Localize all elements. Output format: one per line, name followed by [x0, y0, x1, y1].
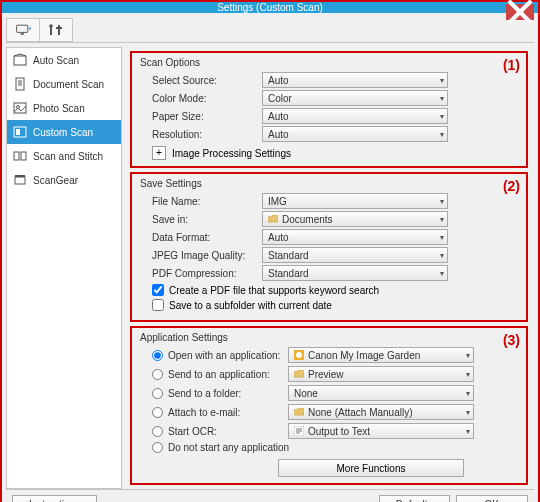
top-tabs — [6, 17, 534, 43]
settings-window: Settings (Custom Scan) Auto Scan Docu — [0, 0, 540, 502]
tools-icon — [48, 23, 64, 37]
sidebar-item-custom-scan[interactable]: Custom Scan — [7, 120, 121, 144]
save-in-label: Save in: — [152, 214, 262, 225]
sidebar-item-scan-stitch[interactable]: Scan and Stitch — [7, 144, 121, 168]
scangear-icon — [13, 173, 27, 187]
resolution-dropdown[interactable]: Auto▾ — [262, 126, 448, 142]
svg-rect-10 — [21, 152, 26, 160]
auto-scan-icon — [13, 53, 27, 67]
application-settings-group: (3) Application Settings Open with an ap… — [130, 326, 528, 485]
window-title: Settings (Custom Scan) — [217, 2, 323, 13]
start-ocr-radio[interactable] — [152, 426, 163, 437]
send-to-folder-label: Send to a folder: — [168, 388, 288, 399]
start-ocr-label: Start OCR: — [168, 426, 288, 437]
stitch-icon — [13, 149, 27, 163]
paper-size-label: Paper Size: — [152, 111, 262, 122]
select-source-dropdown[interactable]: Auto▾ — [262, 72, 448, 88]
defaults-button[interactable]: Defaults — [379, 495, 450, 503]
sidebar-item-label: Auto Scan — [33, 55, 79, 66]
pdf-compression-label: PDF Compression: — [152, 268, 262, 279]
subfolder-label: Save to a subfolder with current date — [169, 300, 332, 311]
region-marker-2: (2) — [503, 178, 520, 194]
custom-scan-icon — [13, 125, 27, 139]
tab-scan-from-computer[interactable] — [6, 18, 40, 42]
attach-email-dropdown[interactable]: None (Attach Manually) ▾ — [288, 404, 474, 420]
svg-rect-9 — [14, 152, 19, 160]
close-icon — [506, 0, 534, 26]
photo-scan-icon — [13, 101, 27, 115]
tab-general-settings[interactable] — [39, 18, 73, 42]
app-icon — [294, 350, 304, 360]
select-source-label: Select Source: — [152, 75, 262, 86]
do-not-start-radio[interactable] — [152, 442, 163, 453]
chevron-down-icon: ▾ — [466, 351, 470, 360]
chevron-down-icon: ▾ — [440, 197, 444, 206]
chevron-down-icon: ▾ — [440, 233, 444, 242]
sidebar-item-photo-scan[interactable]: Photo Scan — [7, 96, 121, 120]
instructions-button[interactable]: Instructions — [12, 495, 97, 503]
send-to-app-radio[interactable] — [152, 369, 163, 380]
chevron-down-icon: ▾ — [440, 94, 444, 103]
chevron-down-icon: ▾ — [466, 427, 470, 436]
chevron-down-icon: ▾ — [466, 389, 470, 398]
footer-bar: Instructions Defaults OK — [6, 489, 534, 502]
keyword-search-checkbox[interactable] — [152, 284, 164, 296]
text-icon — [294, 426, 304, 436]
jpeg-quality-dropdown[interactable]: Standard▾ — [262, 247, 448, 263]
svg-rect-4 — [16, 78, 24, 90]
file-name-combo[interactable]: IMG▾ — [262, 193, 448, 209]
sidebar-item-document-scan[interactable]: Document Scan — [7, 72, 121, 96]
sidebar: Auto Scan Document Scan Photo Scan Custo… — [6, 47, 122, 489]
save-in-dropdown[interactable]: Documents ▾ — [262, 211, 448, 227]
send-to-app-label: Send to an application: — [168, 369, 288, 380]
region-marker-1: (1) — [503, 57, 520, 73]
sidebar-item-auto-scan[interactable]: Auto Scan — [7, 48, 121, 72]
send-to-folder-dropdown[interactable]: None▾ — [288, 385, 474, 401]
paper-size-dropdown[interactable]: Auto▾ — [262, 108, 448, 124]
send-to-app-dropdown[interactable]: Preview ▾ — [288, 366, 474, 382]
keyword-search-label: Create a PDF file that supports keyword … — [169, 285, 379, 296]
subfolder-checkbox[interactable] — [152, 299, 164, 311]
start-ocr-dropdown[interactable]: Output to Text ▾ — [288, 423, 474, 439]
region-marker-3: (3) — [503, 332, 520, 348]
scan-options-title: Scan Options — [140, 57, 520, 68]
svg-rect-11 — [15, 177, 25, 184]
open-with-app-dropdown[interactable]: Canon My Image Garden ▾ — [288, 347, 474, 363]
data-format-label: Data Format: — [152, 232, 262, 243]
title-bar: Settings (Custom Scan) — [2, 2, 538, 13]
chevron-down-icon: ▾ — [440, 251, 444, 260]
attach-email-radio[interactable] — [152, 407, 163, 418]
pdf-compression-dropdown[interactable]: Standard▾ — [262, 265, 448, 281]
more-functions-button[interactable]: More Functions — [278, 459, 464, 477]
file-name-label: File Name: — [152, 196, 262, 207]
folder-icon — [294, 408, 304, 416]
svg-point-2 — [49, 24, 53, 28]
folder-icon — [294, 370, 304, 378]
folder-icon — [268, 215, 278, 223]
sidebar-item-scangear[interactable]: ScanGear — [7, 168, 121, 192]
do-not-start-label: Do not start any application — [168, 442, 289, 453]
image-processing-expander[interactable]: + Image Processing Settings — [152, 146, 520, 160]
close-button[interactable] — [506, 4, 534, 20]
send-to-folder-radio[interactable] — [152, 388, 163, 399]
monitor-icon — [15, 23, 31, 37]
chevron-down-icon: ▾ — [466, 370, 470, 379]
document-scan-icon — [13, 77, 27, 91]
expand-icon: + — [152, 146, 166, 160]
chevron-down-icon: ▾ — [440, 76, 444, 85]
svg-rect-8 — [16, 129, 20, 135]
save-settings-group: (2) Save Settings File Name: IMG▾ Save i… — [130, 172, 528, 322]
main-panel: (1) Scan Options Select Source: Auto▾ Co… — [122, 47, 534, 489]
scan-options-group: (1) Scan Options Select Source: Auto▾ Co… — [130, 51, 528, 168]
chevron-down-icon: ▾ — [466, 408, 470, 417]
data-format-dropdown[interactable]: Auto▾ — [262, 229, 448, 245]
sidebar-item-label: ScanGear — [33, 175, 78, 186]
chevron-down-icon: ▾ — [440, 130, 444, 139]
svg-rect-12 — [15, 175, 25, 177]
image-processing-label: Image Processing Settings — [172, 148, 291, 159]
open-with-app-radio[interactable] — [152, 350, 163, 361]
ok-button[interactable]: OK — [456, 495, 528, 503]
chevron-down-icon: ▾ — [440, 112, 444, 121]
color-mode-dropdown[interactable]: Color▾ — [262, 90, 448, 106]
svg-rect-0 — [17, 25, 28, 32]
